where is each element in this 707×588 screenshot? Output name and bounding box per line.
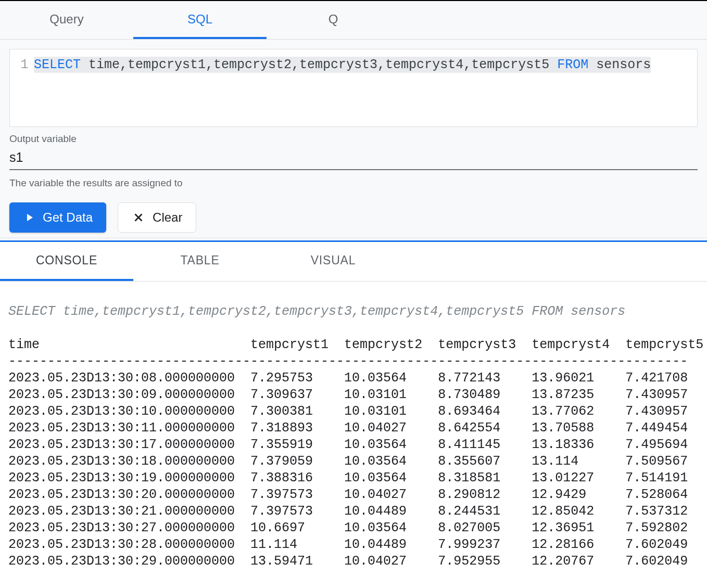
play-icon bbox=[23, 211, 35, 224]
tab-q[interactable]: Q bbox=[267, 1, 400, 39]
output-variable-help: The variable the results are assigned to bbox=[9, 170, 698, 195]
tab-sql[interactable]: SQL bbox=[133, 1, 267, 39]
result-tab-console[interactable]: CONSOLE bbox=[0, 242, 133, 281]
result-tab-table[interactable]: TABLE bbox=[133, 242, 267, 281]
close-icon bbox=[132, 211, 145, 224]
cols: time,tempcryst1,tempcryst2,tempcryst3,te… bbox=[81, 57, 557, 72]
result-tab-visual[interactable]: VISUAL bbox=[267, 242, 400, 281]
result-tabs: CONSOLE TABLE VISUAL bbox=[0, 242, 707, 282]
editor-gutter: 1 bbox=[15, 57, 34, 119]
clear-button[interactable]: Clear bbox=[118, 202, 196, 233]
get-data-label: Get Data bbox=[43, 210, 93, 225]
output-variable-label: Output variable bbox=[9, 133, 698, 147]
tab-query[interactable]: Query bbox=[0, 1, 133, 39]
console-query-echo: SELECT time,tempcryst1,tempcryst2,tempcr… bbox=[8, 304, 625, 319]
clear-label: Clear bbox=[153, 210, 182, 225]
sql-editor[interactable]: 1 SELECT time,tempcryst1,tempcryst2,temp… bbox=[9, 49, 698, 127]
console-output: SELECT time,tempcryst1,tempcryst2,tempcr… bbox=[0, 282, 707, 588]
console-table: time tempcryst1 tempcryst2 tempcryst3 te… bbox=[8, 337, 703, 569]
kw-from: FROM bbox=[557, 57, 588, 72]
table-ident: sensors bbox=[588, 57, 651, 72]
get-data-button[interactable]: Get Data bbox=[9, 202, 106, 233]
editor-line[interactable]: SELECT time,tempcryst1,tempcryst2,tempcr… bbox=[34, 57, 692, 119]
kw-select: SELECT bbox=[34, 57, 81, 72]
query-mode-tabs: Query SQL Q bbox=[0, 1, 707, 40]
output-variable-input[interactable] bbox=[9, 147, 698, 170]
